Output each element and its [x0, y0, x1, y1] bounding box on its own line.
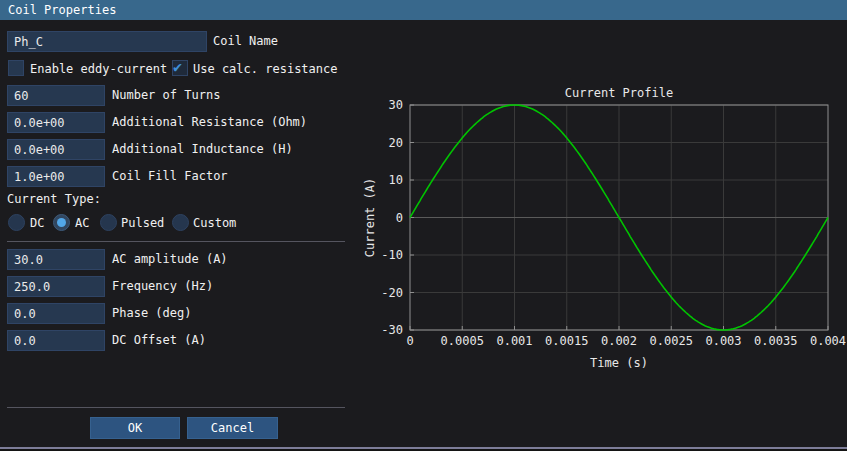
svg-text:0: 0: [396, 211, 403, 225]
svg-text:0.001: 0.001: [496, 334, 532, 348]
phase-input[interactable]: [7, 303, 105, 324]
svg-text:0.0015: 0.0015: [545, 334, 588, 348]
check-icon: ✔: [173, 58, 182, 76]
svg-text:30: 30: [389, 98, 403, 112]
current-type-radio-ac[interactable]: [53, 214, 70, 231]
coil-name-input[interactable]: [7, 31, 207, 52]
svg-text:10: 10: [389, 173, 403, 187]
frequency-label: Frequency (Hz): [112, 276, 213, 297]
svg-text:0: 0: [406, 334, 413, 348]
svg-text:-20: -20: [381, 286, 403, 300]
additional-inductance-label: Additional Inductance (H): [112, 139, 293, 160]
current-type-radio-ac-label: AC: [75, 214, 89, 232]
enable-eddy-current-checkbox[interactable]: [8, 60, 24, 76]
svg-text:-30: -30: [381, 323, 403, 337]
cancel-button[interactable]: Cancel: [187, 417, 278, 439]
additional-resistance-input[interactable]: [7, 112, 105, 133]
section-separator-top: [7, 241, 345, 242]
svg-text:-10: -10: [381, 248, 403, 262]
ok-button[interactable]: OK: [90, 417, 180, 439]
coil-properties-dialog: Coil Properties Coil Name Enable eddy-cu…: [0, 0, 847, 451]
number-of-turns-label: Number of Turns: [112, 85, 220, 106]
current-type-label: Current Type:: [7, 189, 101, 210]
dc-offset-input[interactable]: [7, 330, 105, 351]
coil-fill-factor-input[interactable]: [7, 166, 105, 187]
svg-text:20: 20: [389, 136, 403, 150]
use-calc-resistance-checkbox[interactable]: ✔: [172, 60, 188, 76]
title-bar[interactable]: Coil Properties: [0, 0, 847, 20]
radio-dot-icon: [57, 218, 66, 227]
current-type-radio-pulsed-label: Pulsed: [121, 214, 164, 232]
svg-text:Current Profile: Current Profile: [565, 86, 673, 100]
current-type-radio-dc[interactable]: [8, 214, 25, 231]
svg-text:Current (A): Current (A): [363, 178, 377, 257]
svg-text:0.003: 0.003: [705, 334, 741, 348]
dc-offset-label: DC Offset (A): [112, 330, 206, 351]
current-profile-chart: 00.00050.0010.00150.0020.00250.0030.0035…: [360, 80, 847, 380]
svg-text:0.0035: 0.0035: [754, 334, 797, 348]
current-type-radio-pulsed[interactable]: [100, 214, 117, 231]
svg-text:0.004: 0.004: [810, 334, 846, 348]
number-of-turns-input[interactable]: [7, 85, 105, 106]
current-type-radio-dc-label: DC: [30, 214, 44, 232]
additional-resistance-label: Additional Resistance (Ohm): [112, 112, 307, 133]
current-type-radio-custom-label: Custom: [193, 214, 236, 232]
svg-text:0.0005: 0.0005: [441, 334, 484, 348]
phase-label: Phase (deg): [112, 303, 191, 324]
additional-inductance-input[interactable]: [7, 139, 105, 160]
svg-text:Time (s): Time (s): [590, 356, 648, 370]
svg-text:0.0025: 0.0025: [650, 334, 693, 348]
use-calc-resistance-label: Use calc. resistance: [193, 60, 338, 78]
coil-fill-factor-label: Coil Fill Factor: [112, 166, 228, 187]
current-type-radio-custom[interactable]: [172, 214, 189, 231]
frequency-input[interactable]: [7, 276, 105, 297]
enable-eddy-current-label: Enable eddy-current: [30, 60, 167, 78]
button-separator: [7, 407, 345, 408]
ac-amplitude-input[interactable]: [7, 249, 105, 270]
coil-name-label: Coil Name: [213, 31, 278, 52]
ac-amplitude-label: AC amplitude (A): [112, 249, 228, 270]
svg-text:0.002: 0.002: [601, 334, 637, 348]
